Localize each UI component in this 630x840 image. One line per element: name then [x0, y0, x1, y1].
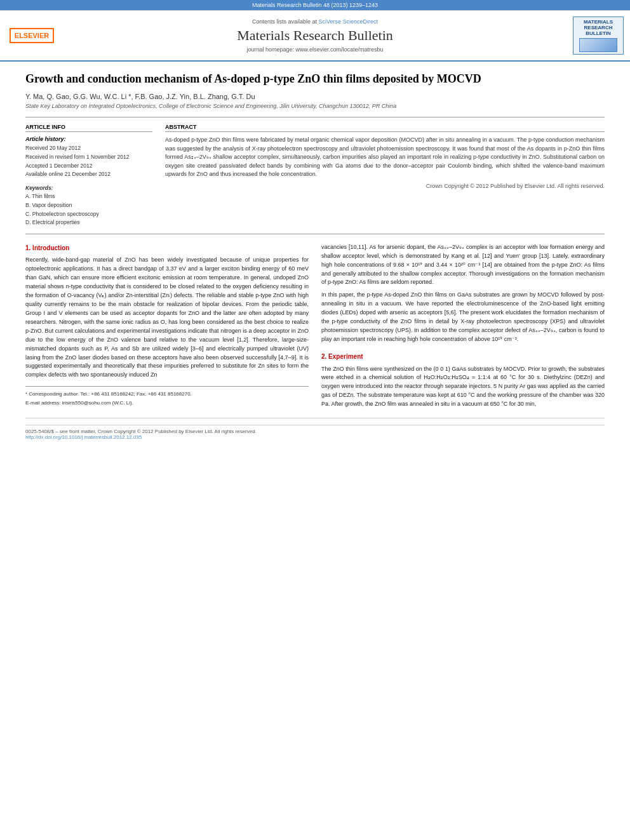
journal-homepage: journal homepage: www.elsevier.com/locat… [64, 46, 566, 53]
info-section: ARTICLE INFO Article history: Received 2… [25, 117, 605, 234]
journal-header: ELSEVIER Contents lists available at Sci… [0, 10, 630, 62]
abstract-heading: ABSTRACT [165, 124, 605, 132]
article-info-heading: ARTICLE INFO [25, 124, 152, 132]
col-left: 1. Introduction Recently, wide-band-gap … [25, 243, 309, 413]
footnote-star: * Corresponding author. Tel.: +86 431 85… [25, 390, 309, 398]
keyword-a: A. Thin films [25, 192, 152, 201]
keyword-b: B. Vapor deposition [25, 201, 152, 210]
keywords-label: Keywords: [25, 185, 53, 191]
journal-title: Materials Research Bulletin [64, 27, 566, 44]
footnote-email: E-mail address: irisiris550@sohu.com (W.… [25, 399, 309, 407]
footer-divider [25, 418, 605, 418]
intro-para3: In this paper, the p-type As-doped ZnO t… [321, 291, 605, 344]
experiment-para1: The ZnO thin films were synthesized on t… [321, 365, 605, 410]
keywords: Keywords: A. Thin films B. Vapor deposit… [25, 184, 152, 227]
col-right: vacancies [10,11]. As for arsenic dopant… [321, 243, 605, 413]
corresponding-author-text: * Corresponding author. Tel.: +86 431 85… [25, 391, 192, 397]
journal-header-center: Contents lists available at SciVerse Sci… [64, 16, 566, 55]
footer-issn: 0025-5408/$ – see front matter, Crown Co… [25, 429, 605, 434]
footer-doi: http://dx.doi.org/10.1016/j.materresbull… [25, 434, 605, 440]
received-date: Received 20 May 2012 [25, 144, 152, 153]
accepted-date: Accepted 1 December 2012 [25, 162, 152, 171]
sciverse-line: Contents lists available at SciVerse Sci… [64, 18, 566, 25]
article-title: Growth and conduction mechanism of As-do… [25, 72, 605, 86]
abstract-section: ABSTRACT As-doped p-type ZnO thin films … [165, 124, 605, 227]
logo-line-2: RESEARCH [584, 25, 613, 30]
main-content: Growth and conduction mechanism of As-do… [0, 62, 630, 450]
authors-text: Y. Ma, Q. Gao, G.G. Wu, W.C. Li *, F.B. … [25, 93, 255, 100]
footnotes: * Corresponding author. Tel.: +86 431 85… [25, 386, 309, 407]
article-info: ARTICLE INFO Article history: Received 2… [25, 124, 152, 227]
revised-date: Received in revised form 1 November 2012 [25, 153, 152, 162]
logo-line-1: MATERIALS [584, 19, 613, 25]
body-columns: 1. Introduction Recently, wide-band-gap … [25, 243, 605, 413]
elsevier-logo: ELSEVIER [10, 28, 54, 43]
footer-doi-link[interactable]: http://dx.doi.org/10.1016/j.materresbull… [25, 434, 142, 440]
article-history-label: Article history: [25, 136, 152, 142]
affiliation: State Key Laboratory on Integrated Optoe… [25, 103, 605, 109]
page-footer: 0025-5408/$ – see front matter, Crown Co… [25, 425, 605, 440]
elsevier-logo-container: ELSEVIER [0, 16, 64, 55]
article-dates: Received 20 May 2012 Received in revised… [25, 144, 152, 178]
available-date: Available online 21 December 2012 [25, 170, 152, 179]
journal-logo-box: MATERIALS RESEARCH BULLETIN [573, 17, 624, 55]
keyword-d: D. Electrical properties [25, 218, 152, 227]
keyword-c: C. Photoelectron spectroscopy [25, 210, 152, 219]
experiment-para1-text: The ZnO thin films were synthesized on t… [321, 366, 605, 408]
logo-line-3: BULLETIN [586, 30, 611, 36]
authors: Y. Ma, Q. Gao, G.G. Wu, W.C. Li *, F.B. … [25, 93, 605, 100]
intro-para2: vacancies [10,11]. As for arsenic dopant… [321, 243, 605, 288]
intro-para1: Recently, wide-band-gap material of ZnO … [25, 256, 309, 380]
sciverse-link[interactable]: SciVerse ScienceDirect [319, 18, 379, 25]
intro-heading: 1. Introduction [25, 243, 309, 253]
copyright-line: Crown Copyright © 2012 Published by Else… [165, 183, 605, 189]
top-bar-text: Materials Research Bulletin 48 (2013) 12… [252, 2, 378, 8]
top-bar: Materials Research Bulletin 48 (2013) 12… [0, 0, 630, 10]
journal-logo-box-container: MATERIALS RESEARCH BULLETIN [566, 16, 630, 55]
experiment-heading: 2. Experiment [321, 352, 605, 362]
abstract-text: As-doped p-type ZnO thin films were fabr… [165, 136, 605, 179]
